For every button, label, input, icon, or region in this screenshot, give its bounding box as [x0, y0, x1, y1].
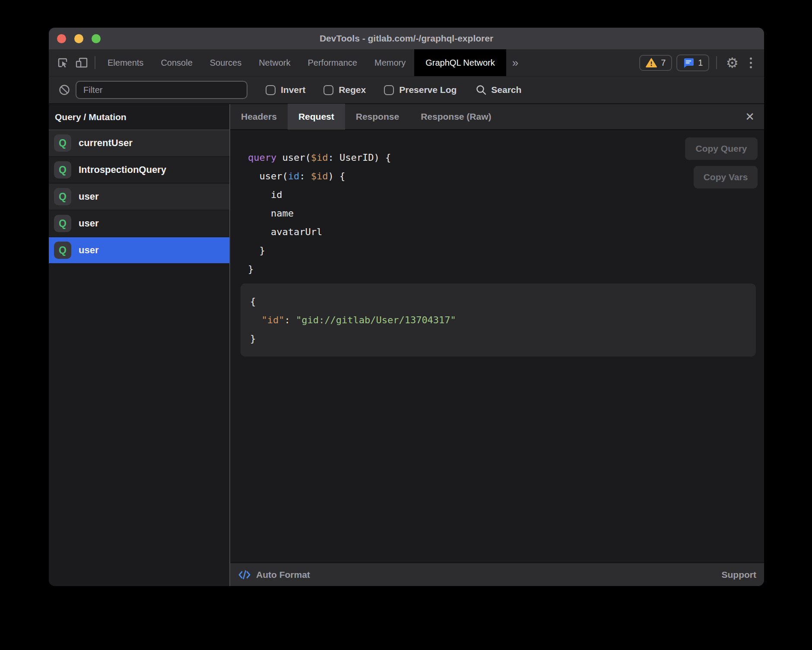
- query-type-badge: Q: [54, 215, 71, 232]
- copy-query-button[interactable]: Copy Query: [685, 137, 758, 160]
- invert-checkbox-group[interactable]: Invert: [266, 85, 305, 95]
- search-label: Search: [491, 85, 521, 95]
- search-button[interactable]: Search: [476, 84, 521, 96]
- more-tabs-button[interactable]: »: [506, 56, 524, 70]
- detail-footer: Auto Format Support: [230, 562, 764, 586]
- filter-toolbar: Invert Regex Preserve Log Search: [49, 76, 764, 104]
- main-tab-bar: Elements Console Sources Network Perform…: [49, 49, 764, 76]
- query-list-item-user-3-selected[interactable]: Q user: [49, 237, 229, 263]
- toolbar-separator: [95, 56, 95, 69]
- filter-input[interactable]: [76, 81, 247, 99]
- toolbar-separator: [716, 56, 717, 69]
- invert-label: Invert: [281, 85, 305, 95]
- search-icon: [476, 84, 487, 96]
- query-list-item-user-2[interactable]: Q user: [49, 210, 229, 236]
- messages-badge[interactable]: 1: [676, 54, 709, 71]
- support-link[interactable]: Support: [722, 570, 756, 580]
- zoom-window-button[interactable]: [92, 34, 101, 43]
- request-content: query user($id: UserID) { user(id: $id) …: [230, 130, 764, 562]
- tab-response[interactable]: Response: [345, 104, 410, 130]
- invert-checkbox[interactable]: [266, 85, 276, 95]
- query-type-badge: Q: [54, 161, 71, 178]
- tab-elements[interactable]: Elements: [99, 49, 152, 76]
- inspect-cursor-icon: [56, 56, 69, 69]
- warnings-badge[interactable]: 7: [639, 55, 672, 71]
- tab-response-raw[interactable]: Response (Raw): [410, 104, 502, 130]
- window-title: DevTools - gitlab.com/-/graphql-explorer: [49, 33, 764, 44]
- tab-headers[interactable]: Headers: [230, 104, 288, 130]
- regex-checkbox[interactable]: [324, 85, 333, 95]
- block-icon: [58, 84, 70, 96]
- device-toolbar-icon: [75, 56, 89, 69]
- clear-button[interactable]: [56, 84, 73, 96]
- more-options-menu-icon[interactable]: [744, 57, 758, 68]
- auto-format-button[interactable]: Auto Format: [238, 570, 310, 580]
- traffic-lights: [49, 34, 101, 43]
- regex-checkbox-group[interactable]: Regex: [324, 85, 366, 95]
- title-bar: DevTools - gitlab.com/-/graphql-explorer: [49, 28, 764, 49]
- tab-graphql-network[interactable]: GraphQL Network: [414, 49, 506, 76]
- tab-network[interactable]: Network: [250, 49, 299, 76]
- query-name: currentUser: [79, 137, 133, 149]
- inspect-element-button[interactable]: [53, 53, 72, 72]
- devtools-window: DevTools - gitlab.com/-/graphql-explorer…: [49, 28, 764, 586]
- message-count: 1: [698, 58, 703, 68]
- settings-gear-icon[interactable]: ⚙: [720, 56, 744, 70]
- query-name: IntrospectionQuery: [79, 164, 166, 175]
- preserve-log-checkbox[interactable]: [384, 85, 394, 95]
- auto-format-label: Auto Format: [256, 570, 310, 580]
- query-type-badge: Q: [54, 242, 71, 259]
- query-name: user: [79, 245, 98, 256]
- detail-panel: Headers Request Response Response (Raw) …: [230, 104, 764, 586]
- warning-icon: [646, 58, 657, 68]
- query-type-badge: Q: [54, 134, 71, 152]
- preserve-log-label: Preserve Log: [399, 85, 457, 95]
- query-list-item-user-1[interactable]: Q user: [49, 184, 229, 210]
- copy-vars-button[interactable]: Copy Vars: [694, 166, 758, 188]
- query-list-panel: Query / Mutation Q currentUser Q Introsp…: [49, 104, 230, 586]
- query-name: user: [79, 218, 98, 229]
- regex-label: Regex: [339, 85, 366, 95]
- warning-count: 7: [661, 58, 666, 68]
- tab-performance[interactable]: Performance: [299, 49, 366, 76]
- tab-memory[interactable]: Memory: [366, 49, 414, 76]
- query-name: user: [79, 191, 98, 202]
- tab-sources[interactable]: Sources: [201, 49, 250, 76]
- tab-console[interactable]: Console: [152, 49, 201, 76]
- close-detail-icon[interactable]: ✕: [736, 110, 764, 124]
- preserve-log-checkbox-group[interactable]: Preserve Log: [384, 85, 457, 95]
- query-type-badge: Q: [54, 188, 71, 205]
- minimize-window-button[interactable]: [74, 34, 83, 43]
- query-list-item-currentUser[interactable]: Q currentUser: [49, 130, 229, 156]
- graphql-query-code: query user($id: UserID) { user(id: $id) …: [230, 130, 764, 278]
- close-window-button[interactable]: [57, 34, 66, 43]
- code-brackets-icon: [238, 570, 251, 580]
- tab-request[interactable]: Request: [288, 104, 345, 130]
- query-list-item-introspectionQuery[interactable]: Q IntrospectionQuery: [49, 157, 229, 183]
- query-list-header: Query / Mutation: [49, 104, 229, 130]
- message-bubble-icon: [683, 57, 694, 68]
- detail-tab-bar: Headers Request Response Response (Raw) …: [230, 104, 764, 130]
- graphql-variables-box: { "id": "gid://gitlab/User/13704317"}: [241, 284, 756, 357]
- toggle-device-toolbar-button[interactable]: [72, 53, 91, 72]
